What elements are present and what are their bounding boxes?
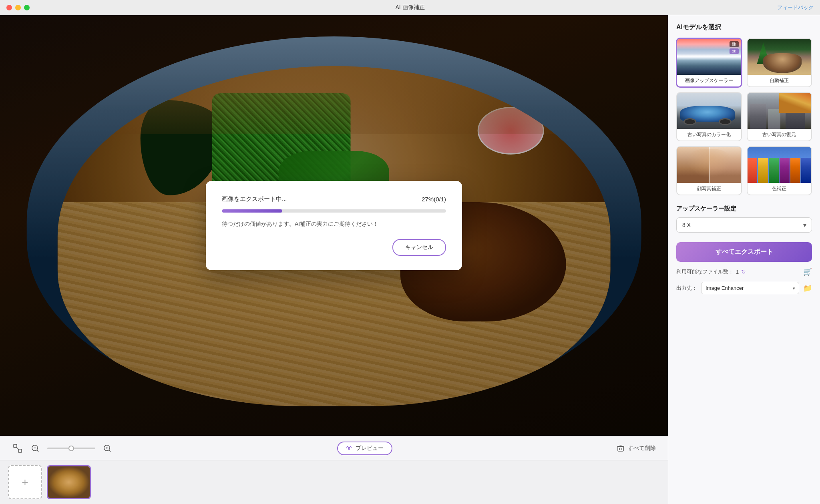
cart-icon[interactable]: 🛒 [803,267,812,276]
model-card-face[interactable]: 顔写真補正 [676,146,742,195]
maximize-button[interactable] [24,5,30,10]
model-image-auto [748,39,812,75]
right-panel: AIモデルを選択 8k 2k 画像アップスケーラー [668,15,820,504]
output-label: 出力先： [676,285,697,292]
progress-actions: キャンセル [222,239,446,256]
svg-line-5 [37,450,38,452]
file-count-value: 1 [736,269,739,275]
model-card-auto[interactable]: 自動補正 [747,38,812,87]
progress-dialog-overlay: 画像をエクスポート中... 27%(0/1) 待つだけの価値があります。AI補正… [0,15,668,436]
model-grid: 8k 2k 画像アップスケーラー 自動補正 [676,38,812,195]
folder-icon[interactable]: 📁 [803,284,812,293]
main-image: 画像をエクスポート中... 27%(0/1) 待つだけの価値があります。AI補正… [0,15,668,436]
preview-label: プレビュー [356,445,384,452]
window-controls [6,5,30,10]
model-label-face: 顔写真補正 [677,183,741,195]
add-image-button[interactable]: + [8,465,42,499]
refresh-icon[interactable]: ↻ [741,269,746,275]
trash-icon [617,444,625,452]
model-label-color: 色補正 [748,183,812,195]
delete-all-label: すべて削除 [628,445,656,452]
model-card-upscaler[interactable]: 8k 2k 画像アップスケーラー [676,38,742,87]
zoom-out-icon[interactable] [30,443,41,454]
output-select-wrap: Image Enhancer カスタム [701,282,799,294]
model-label-colorize: 古い写真のカラー化 [677,129,741,141]
thumbnail-item[interactable] [47,465,91,499]
add-icon: + [22,476,28,489]
model-card-restore[interactable]: 古い写真の復元 [747,92,812,141]
progress-header: 画像をエクスポート中... 27%(0/1) [222,195,446,203]
model-image-color [748,147,812,183]
app-title: AI 画像補正 [395,4,424,11]
svg-line-9 [109,450,111,452]
eye-icon: 👁 [346,445,352,452]
badge-2k: 2k [730,48,739,54]
export-all-button[interactable]: すべてエクスポート [676,242,812,262]
svg-rect-0 [14,444,17,448]
progress-track [222,209,446,213]
minimize-button[interactable] [15,5,21,10]
progress-percentage: 27%(0/1) [422,196,446,203]
zoom-slider[interactable] [47,448,95,449]
delete-all-area[interactable]: すべて削除 [617,444,656,452]
close-button[interactable] [6,5,12,10]
toolbar-left [12,443,113,454]
main-layout: 画像をエクスポート中... 27%(0/1) 待つだけの価値があります。AI補正… [0,15,820,504]
model-card-colorize[interactable]: 古い写真のカラー化 [676,92,742,141]
file-count-label: 利用可能なファイル数： [676,268,734,275]
svg-rect-1 [18,449,22,452]
output-select[interactable]: Image Enhancer カスタム [701,282,799,294]
preview-button[interactable]: 👁 プレビュー [337,442,392,455]
zoom-in-icon[interactable] [102,443,113,454]
model-card-color[interactable]: 色補正 [747,146,812,195]
model-image-colorize [677,93,741,129]
model-image-restore [748,93,812,129]
badge-8k: 8k [730,41,739,47]
thumbnail-strip: + [0,460,668,504]
model-label-upscaler: 画像アップスケーラー [677,75,741,86]
model-image-upscaler: 8k 2k [677,39,741,75]
progress-title: 画像をエクスポート中... [222,195,287,203]
svg-line-2 [16,447,19,450]
progress-dialog: 画像をエクスポート中... 27%(0/1) 待つだけの価値があります。AI補正… [206,181,462,270]
fit-screen-icon[interactable] [12,443,23,454]
image-toolbar: 👁 プレビュー すべて削除 [0,436,668,460]
scale-select-wrap: 8 X 4 X 2 X 1 X [676,217,812,233]
image-canvas[interactable]: 画像をエクスポート中... 27%(0/1) 待つだけの価値があります。AI補正… [0,15,668,436]
progress-fill [222,209,282,213]
thumbnail-image [48,466,90,498]
upscaler-settings-title: アップスケーラー設定 [676,205,812,213]
image-panel: 画像をエクスポート中... 27%(0/1) 待つだけの価値があります。AI補正… [0,15,668,504]
cancel-button[interactable]: キャンセル [392,239,446,256]
progress-subtitle: 待つだけの価値があります。AI補正の実力にご期待ください！ [222,221,446,228]
model-label-auto: 自動補正 [748,75,812,86]
feedback-link[interactable]: フィードバック [777,4,814,11]
model-section-title: AIモデルを選択 [676,23,812,32]
titlebar: AI 画像補正 フィードバック [0,0,820,15]
file-count-row: 利用可能なファイル数： 1 ↻ 🛒 [676,267,812,276]
output-row: 出力先： Image Enhancer カスタム 📁 [676,282,812,294]
model-image-face [677,147,741,183]
file-count-left: 利用可能なファイル数： 1 ↻ [676,268,746,275]
model-label-restore: 古い写真の復元 [748,129,812,141]
svg-rect-10 [618,446,623,451]
scale-select[interactable]: 8 X 4 X 2 X 1 X [676,217,812,233]
